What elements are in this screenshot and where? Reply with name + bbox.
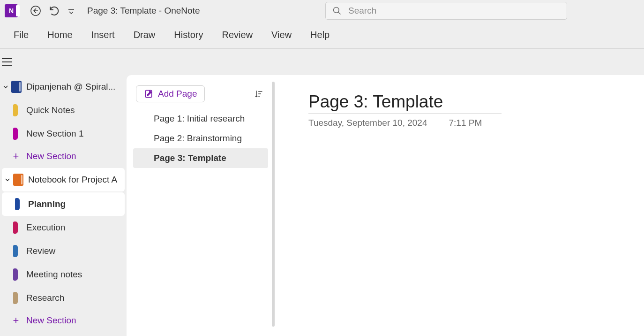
page-date: Tuesday, September 10, 2024 bbox=[308, 118, 427, 128]
add-page-button[interactable]: Add Page bbox=[136, 85, 205, 102]
new-section-label: New Section bbox=[26, 315, 76, 326]
notebook-icon bbox=[13, 174, 23, 186]
section-item[interactable]: Research bbox=[0, 286, 127, 310]
search-icon bbox=[332, 6, 342, 15]
section-color-tab bbox=[13, 104, 18, 116]
search-input[interactable] bbox=[347, 5, 560, 16]
notebook-icon bbox=[11, 81, 22, 93]
section-label: New Section 1 bbox=[26, 129, 84, 139]
page-timestamp: Tuesday, September 10, 2024 7:11 PM bbox=[308, 118, 644, 128]
plus-icon: + bbox=[10, 315, 22, 326]
window-title: Page 3: Template - OneNote bbox=[87, 6, 200, 16]
customize-quick-access-button[interactable] bbox=[64, 1, 79, 20]
section-color-tab bbox=[13, 128, 18, 140]
ribbon-tab-help[interactable]: Help bbox=[304, 30, 336, 40]
page-item[interactable]: Page 2: Brainstorming bbox=[133, 129, 268, 148]
ribbon-tabs: File Home Insert Draw History Review Vie… bbox=[0, 22, 644, 49]
section-label: Research bbox=[26, 293, 64, 303]
section-label: Execution bbox=[26, 222, 65, 233]
section-color-tab bbox=[13, 221, 18, 234]
ribbon-tab-home[interactable]: Home bbox=[41, 30, 78, 40]
main-area: Dipanjenah @ Spiral... Quick Notes New S… bbox=[0, 75, 644, 336]
add-page-label: Add Page bbox=[158, 89, 197, 99]
section-color-tab bbox=[13, 245, 18, 257]
plus-icon: + bbox=[10, 151, 22, 161]
notebook-title: Notebook for Project A bbox=[28, 175, 123, 185]
page-list-column: Add Page Page 1: Initial research Page 2… bbox=[127, 75, 275, 336]
section-label: Meeting notes bbox=[26, 269, 82, 280]
ribbon-tab-review[interactable]: Review bbox=[216, 30, 259, 40]
section-item[interactable]: Review bbox=[0, 239, 127, 263]
app-logo-letter: N bbox=[9, 7, 14, 15]
section-label: Quick Notes bbox=[26, 105, 75, 115]
note-canvas[interactable]: Page 3: Template Tuesday, September 10, … bbox=[275, 75, 644, 336]
section-label: Planning bbox=[28, 199, 66, 209]
section-color-tab bbox=[15, 198, 20, 210]
section-item[interactable]: New Section 1 bbox=[0, 122, 127, 145]
page-title[interactable]: Page 3: Template bbox=[308, 92, 502, 114]
back-button[interactable] bbox=[26, 1, 45, 20]
page-item-title: Page 2: Brainstorming bbox=[154, 133, 242, 144]
svg-point-1 bbox=[334, 8, 339, 13]
page-list-header: Add Page bbox=[127, 85, 275, 109]
section-color-tab bbox=[13, 268, 18, 281]
app-logo-icon: N bbox=[5, 4, 18, 17]
new-section-button[interactable]: + New Section bbox=[0, 145, 127, 167]
ribbon-tab-insert[interactable]: Insert bbox=[85, 30, 121, 40]
section-label: Review bbox=[26, 246, 55, 256]
page-item[interactable]: Page 3: Template bbox=[133, 148, 268, 168]
new-section-button[interactable]: + New Section bbox=[0, 310, 127, 331]
page-item-title: Page 3: Template bbox=[154, 153, 226, 163]
undo-button[interactable] bbox=[45, 1, 64, 20]
section-item[interactable]: Meeting notes bbox=[0, 263, 127, 286]
page-item-title: Page 1: Initial research bbox=[154, 114, 245, 124]
section-item[interactable]: Planning bbox=[2, 192, 125, 216]
ribbon-tab-history[interactable]: History bbox=[168, 30, 209, 40]
section-item[interactable]: Execution bbox=[0, 216, 127, 239]
ribbon-tab-draw[interactable]: Draw bbox=[127, 30, 162, 40]
chevron-down-icon bbox=[2, 84, 9, 90]
page-item[interactable]: Page 1: Initial research bbox=[133, 109, 268, 129]
notebook-sidebar: Dipanjenah @ Spiral... Quick Notes New S… bbox=[0, 75, 127, 336]
nav-toggle-button[interactable] bbox=[1, 55, 15, 69]
search-wrap bbox=[200, 2, 641, 20]
new-section-label: New Section bbox=[26, 151, 76, 161]
notebook-header[interactable]: Dipanjenah @ Spiral... bbox=[0, 75, 127, 99]
ribbon-tab-view[interactable]: View bbox=[265, 30, 298, 40]
notebook-title: Dipanjenah @ Spiral... bbox=[26, 82, 125, 92]
nav-toggle-row bbox=[0, 49, 644, 75]
section-color-tab bbox=[13, 292, 18, 304]
page-time: 7:11 PM bbox=[449, 118, 482, 128]
ribbon-tab-file[interactable]: File bbox=[7, 30, 35, 40]
add-page-icon bbox=[144, 89, 153, 99]
search-box[interactable] bbox=[325, 2, 567, 20]
notebook-header[interactable]: Notebook for Project A bbox=[2, 168, 125, 191]
section-item[interactable]: Quick Notes bbox=[0, 99, 127, 122]
sort-pages-button[interactable] bbox=[252, 87, 265, 100]
chevron-down-icon bbox=[4, 177, 11, 183]
title-bar: N Page 3: Template - OneNote bbox=[0, 0, 644, 22]
